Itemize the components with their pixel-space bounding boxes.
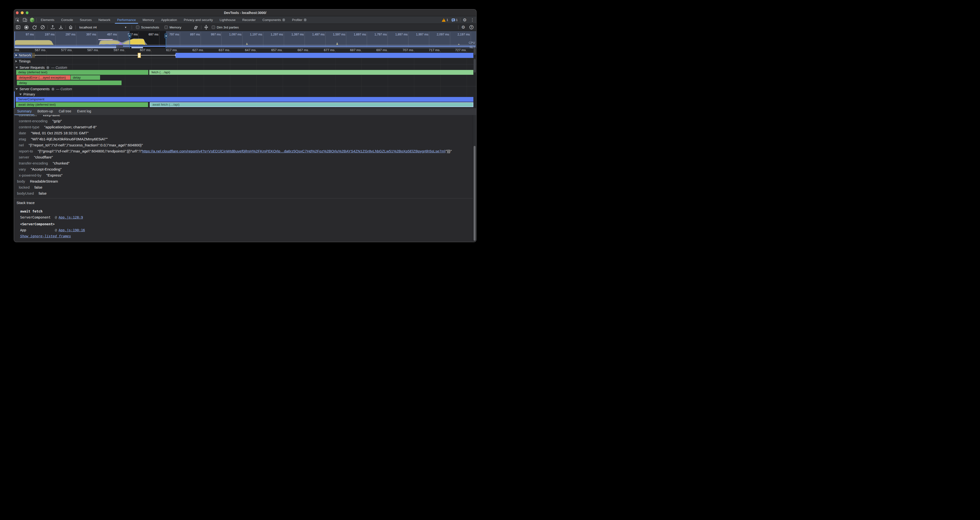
dim-3rd-parties-checkbox[interactable]: Dim 3rd parties: [212, 25, 239, 29]
save-profile-icon[interactable]: [57, 24, 64, 30]
window-title: DevTools - localhost:3000/: [14, 10, 476, 16]
details-tab-label: Call tree: [59, 109, 72, 113]
summary-value: false: [35, 185, 43, 189]
overview-time-label: 397 ms: [75, 33, 96, 36]
track-timings[interactable]: Timings: [16, 59, 30, 63]
overview-time-label: 897 ms: [178, 33, 200, 36]
overview-time-label: 1,797 ms: [365, 33, 387, 36]
issues-badge[interactable]: 1: [452, 18, 458, 22]
ruler-label: 567 ms: [26, 48, 46, 52]
ruler-label: 667 ms: [289, 48, 308, 52]
chevron-down-icon[interactable]: ▼: [124, 26, 127, 29]
source-location-link[interactable]: App.js:128:9: [59, 215, 83, 219]
warning-badge[interactable]: 1: [442, 18, 448, 22]
details-tab-summary[interactable]: Summary: [14, 108, 34, 115]
network-request-block[interactable]: [138, 53, 141, 58]
selection-handle[interactable]: [164, 33, 167, 38]
tab-components[interactable]: Components: [259, 16, 289, 24]
track-group-server-components[interactable]: Server Components— Custom: [16, 87, 72, 91]
tab-console[interactable]: Console: [57, 16, 76, 24]
overview-time-label: 1,197 ms: [241, 33, 262, 36]
node-icon[interactable]: [29, 16, 36, 24]
stack-trace-row: <ServerComponent>: [20, 222, 55, 226]
flame-event[interactable]: delayedError (…ayed exception): [17, 75, 70, 80]
summary-row: bodyReadableStream: [14, 178, 473, 184]
overview-time-label: 797 ms: [158, 33, 179, 36]
flame-event[interactable]: fetch (…/api): [149, 70, 473, 75]
selection-handle-line: [165, 38, 166, 48]
flame-event[interactable]: ServerComponent: [16, 97, 473, 102]
track-drag-handle[interactable]: [33, 55, 36, 56]
source-location-link[interactable]: App.js:190:16: [59, 228, 85, 232]
tab-memory[interactable]: Memory: [139, 16, 158, 24]
flame-event[interactable]: delay: [71, 75, 100, 80]
tab-privacy-and-security[interactable]: Privacy and security: [180, 16, 216, 24]
collect-garbage-icon[interactable]: [193, 24, 200, 30]
details-tab-call-tree[interactable]: Call tree: [56, 108, 74, 115]
tab-elements[interactable]: Elements: [37, 16, 57, 24]
details-tabbar: SummaryBottom-upCall treeEvent log: [14, 108, 476, 115]
flame-event[interactable]: await delay (deferred text): [16, 102, 148, 107]
capture-settings-gear-icon[interactable]: ⚙: [460, 24, 467, 30]
timeline-overview[interactable]: 97 ms197 ms297 ms397 ms497 ms597 ms697 m…: [14, 31, 476, 48]
help-icon[interactable]: ?: [468, 24, 475, 30]
summary-key: connection: [19, 115, 37, 117]
summary-value: "keep-alive": [42, 115, 62, 117]
track-separator: [14, 86, 476, 86]
kebab-menu-icon[interactable]: ⋮: [468, 17, 476, 22]
collapse-arrow-icon: [16, 88, 18, 90]
clear-icon[interactable]: [39, 24, 46, 30]
ruler-label: 577 ms: [52, 48, 72, 52]
details-tab-event-log[interactable]: Event log: [75, 108, 94, 115]
tab-label: Privacy and security: [184, 16, 213, 24]
chart-scrollbar-thumb[interactable]: [474, 59, 476, 73]
summary-scrollbar-thumb[interactable]: [474, 146, 476, 241]
summary-row: etag"W/\"4b1-RjEJloX9kRinu6F0MAZMmy6E5iA…: [14, 136, 473, 142]
record-and-reload-icon[interactable]: [31, 24, 38, 30]
summary-value: "gzip": [52, 119, 62, 123]
flame-event-label: delay: [19, 81, 27, 85]
show-ignore-listed-frames-link[interactable]: Show ignore-listed frames: [20, 234, 71, 238]
inspect-icon[interactable]: [14, 16, 21, 24]
summary-row: report-to"{\"group\":\"cf-nel\",\"max_ag…: [14, 148, 473, 154]
tab-lighthouse[interactable]: Lighthouse: [216, 16, 239, 24]
flame-event[interactable]: await fetch (…/api): [150, 102, 473, 107]
divider: [65, 25, 66, 29]
summary-key: bodyUsed: [17, 191, 34, 196]
toggle-sidebar-icon[interactable]: [15, 24, 21, 30]
memory-checkbox[interactable]: Memory: [164, 25, 181, 29]
load-profile-icon[interactable]: [49, 24, 56, 30]
report-to-url-link[interactable]: https://a.nel.cloudflare.com/report/v4?s…: [142, 149, 445, 153]
flame-chart[interactable]: NetworkTimingsServer Requests— Customdel…: [14, 52, 476, 108]
details-tab-label: Summary: [17, 109, 32, 113]
flame-event-label: await delay (deferred text): [18, 103, 56, 107]
stack-trace-heading: Stack trace: [17, 201, 35, 205]
network-scrollbar-thumb[interactable]: [474, 48, 476, 55]
screenshots-checkbox[interactable]: Screenshots: [136, 25, 159, 29]
details-tab-bottom-up[interactable]: Bottom-up: [35, 108, 56, 115]
track-group-server-requests[interactable]: Server Requests— Custom: [16, 65, 67, 70]
tab-performance[interactable]: Performance: [114, 16, 139, 24]
device-toolbar-icon[interactable]: [21, 16, 29, 24]
track-network[interactable]: Network: [14, 53, 32, 58]
tab-label: Components: [262, 16, 281, 24]
ruler-label: 727 ms: [447, 48, 466, 52]
record-icon[interactable]: [23, 24, 30, 30]
tab-application[interactable]: Application: [158, 16, 180, 24]
settings-gear-icon[interactable]: ⚙: [461, 16, 468, 24]
selection-handle-line: [129, 38, 130, 48]
tab-sources[interactable]: Sources: [76, 16, 95, 24]
selection-handle[interactable]: [128, 33, 131, 38]
summary-row: bodyUsedfalse: [14, 190, 473, 196]
network-request-block[interactable]: [175, 53, 473, 58]
tab-network[interactable]: Network: [95, 16, 114, 24]
collapse-icon[interactable]: [203, 24, 210, 30]
warning-icon: [442, 18, 445, 22]
flame-event[interactable]: delay (deferred text): [16, 70, 148, 75]
home-icon[interactable]: [67, 24, 74, 30]
tab-profiler[interactable]: Profiler: [289, 16, 310, 24]
history-select[interactable]: localhost #4: [80, 25, 97, 29]
track-primary[interactable]: Primary: [19, 92, 35, 97]
flame-event[interactable]: delay: [17, 81, 121, 85]
tab-recorder[interactable]: Recorder: [239, 16, 259, 24]
